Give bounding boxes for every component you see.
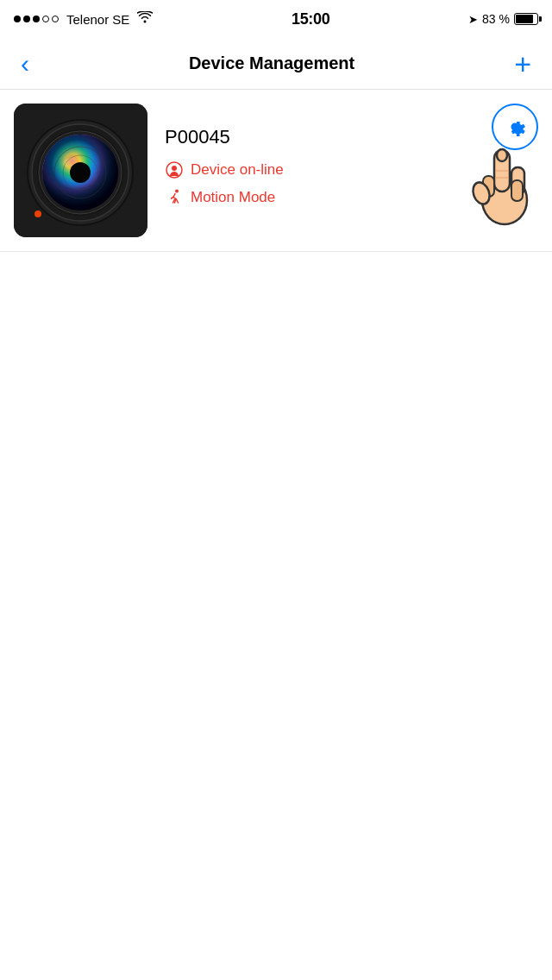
location-icon: ➤ [468,13,478,26]
signal-dot-2 [23,16,30,22]
signal-dot-1 [14,16,21,22]
signal-dot-5 [52,16,59,22]
add-button[interactable]: + [507,46,538,82]
signal-dots [14,16,59,22]
back-button[interactable]: ‹ [14,47,36,80]
signal-dot-3 [33,16,40,22]
device-online-icon [165,160,184,179]
battery-shell [514,13,538,25]
settings-button[interactable] [492,104,538,150]
battery-indicator [514,13,538,25]
device-online-label: Device on-line [191,161,284,179]
motion-mode-label: Motion Mode [191,189,275,206]
status-left: Telenor SE [14,11,153,27]
battery-percent: 83 % [482,12,510,26]
signal-dot-4 [42,16,49,22]
wifi-icon [137,11,153,27]
device-list: P00045 Device on-line [0,90,552,252]
nav-bar: ‹ Device Management + [0,38,552,90]
status-time: 15:00 [292,10,330,28]
empty-content-area [0,252,552,925]
carrier-label: Telenor SE [66,12,129,27]
device-status-row: Device on-line [165,160,486,179]
status-right: ➤ 83 % [468,12,538,26]
svg-point-15 [175,189,179,192]
camera-thumbnail[interactable] [14,104,147,237]
status-bar: Telenor SE 15:00 ➤ 83 % [0,0,552,38]
device-mode-row: Motion Mode [165,188,486,207]
svg-point-12 [34,210,41,217]
page-title: Device Management [189,53,354,73]
battery-fill [516,15,533,23]
device-item: P00045 Device on-line [0,90,552,252]
svg-point-14 [172,166,177,171]
motion-mode-icon [165,188,184,207]
device-info: P00045 Device on-line [147,126,538,216]
device-name: P00045 [165,126,486,148]
